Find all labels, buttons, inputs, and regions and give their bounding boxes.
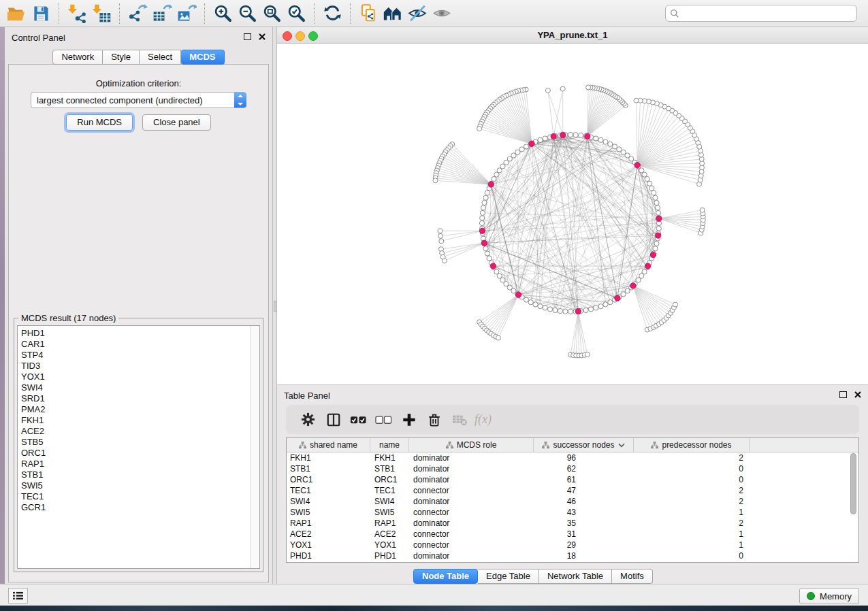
network-graph xyxy=(277,44,868,384)
table-row[interactable]: TEC1TEC1connector472 xyxy=(287,485,858,496)
table-settings-button[interactable] xyxy=(295,408,321,432)
mcds-result-item[interactable]: TID3 xyxy=(21,361,259,371)
select-stepper-icon xyxy=(234,93,246,108)
column-header-shared-name[interactable]: shared name xyxy=(287,438,370,452)
column-header-name[interactable]: name xyxy=(370,438,409,452)
table-scrollbar[interactable] xyxy=(850,453,857,561)
mcds-result-item[interactable]: TEC1 xyxy=(21,491,259,502)
split-columns-button[interactable] xyxy=(321,408,346,432)
zoom-fit-button[interactable] xyxy=(259,2,284,25)
mcds-result-item[interactable]: YOX1 xyxy=(21,371,259,382)
import-network-button[interactable] xyxy=(65,2,89,25)
mcds-result-item[interactable]: ACE2 xyxy=(21,426,259,437)
mcds-result-item[interactable]: SRD1 xyxy=(21,393,259,404)
mcds-result-item[interactable]: CAR1 xyxy=(21,339,259,350)
open-button[interactable] xyxy=(4,2,29,25)
mcds-result-item[interactable]: FKH1 xyxy=(21,415,259,426)
mcds-result-item[interactable]: SWI5 xyxy=(21,480,259,491)
scrollbar-thumb[interactable] xyxy=(850,453,856,514)
add-column-button[interactable] xyxy=(396,408,421,432)
window-zoom-traffic-light[interactable] xyxy=(308,31,318,41)
mcds-result-item[interactable]: ORC1 xyxy=(21,448,259,459)
column-header-successor-nodes[interactable]: successor nodes xyxy=(534,438,634,452)
table-row[interactable]: STB1STB1dominator620 xyxy=(287,463,858,474)
zoom-in-button[interactable] xyxy=(210,2,235,25)
save-button[interactable] xyxy=(29,2,53,25)
delete-table-button[interactable] xyxy=(447,408,472,432)
export-image-button[interactable] xyxy=(174,2,199,25)
mcds-result-item[interactable]: PHD1 xyxy=(21,328,259,339)
mcds-result-item[interactable]: PMA2 xyxy=(21,404,259,415)
run-mcds-button[interactable]: Run MCDS xyxy=(66,114,133,131)
table-row[interactable]: FKH1FKH1dominator962 xyxy=(287,452,858,463)
network-titlebar[interactable]: YPA_prune.txt_1 xyxy=(277,27,868,44)
mcds-result-item[interactable]: RAP1 xyxy=(21,459,259,469)
tab-network-table[interactable]: Network Table xyxy=(539,569,612,584)
table-row[interactable]: RAP1RAP1dominator352 xyxy=(287,518,858,529)
window-close-traffic-light[interactable] xyxy=(283,31,292,41)
cell-mcds-role: connector xyxy=(409,529,534,539)
hide-selected-button[interactable] xyxy=(405,2,430,25)
cell-mcds-role: dominator xyxy=(409,453,534,463)
tab-style[interactable]: Style xyxy=(103,50,140,65)
import-table-icon xyxy=(91,3,112,24)
table-row[interactable]: ORC1ORC1dominator610 xyxy=(287,474,858,485)
cell-mcds-role: connector xyxy=(409,486,534,495)
optimization-criterion-select[interactable]: largest connected component (undirected) xyxy=(31,92,246,108)
mcds-result-item[interactable]: STB5 xyxy=(21,437,259,448)
unselect-all-button[interactable] xyxy=(371,408,396,432)
refresh-button[interactable] xyxy=(320,2,344,25)
unchecked-boxes-icon xyxy=(375,414,392,425)
tab-motifs[interactable]: Motifs xyxy=(612,569,653,584)
zoom-out-button[interactable] xyxy=(235,2,259,25)
show-all-button[interactable] xyxy=(430,2,454,25)
close-panel-icon[interactable] xyxy=(854,391,861,398)
search-input[interactable] xyxy=(683,7,852,19)
table-row[interactable]: ACE2ACE2connector311 xyxy=(287,529,858,540)
copy-network-button[interactable] xyxy=(356,2,381,25)
float-panel-icon[interactable] xyxy=(244,33,251,40)
import-table-button[interactable] xyxy=(89,2,114,25)
select-all-button[interactable] xyxy=(346,408,371,432)
search-field[interactable] xyxy=(665,5,857,22)
cell-successor-nodes: 96 xyxy=(534,453,634,463)
tab-network[interactable]: Network xyxy=(52,50,103,65)
network-canvas[interactable] xyxy=(277,44,868,384)
memory-button[interactable]: Memory xyxy=(799,588,859,604)
tab-node-table[interactable]: Node Table xyxy=(413,569,478,584)
table-row[interactable]: PHD1PHD1dominator180 xyxy=(287,550,858,561)
cell-mcds-role: dominator xyxy=(409,518,534,528)
mcds-result-item[interactable]: STB1 xyxy=(21,469,259,480)
first-neighbors-button[interactable] xyxy=(381,2,405,25)
panel-list-button[interactable] xyxy=(8,588,28,604)
import-network-icon xyxy=(67,3,87,24)
export-network-button[interactable] xyxy=(125,2,150,25)
mcds-result-item[interactable]: GCR1 xyxy=(21,502,259,513)
column-header-MCDS-role[interactable]: MCDS role xyxy=(409,438,534,452)
tab-mcds[interactable]: MCDS xyxy=(181,50,224,65)
close-panel-icon[interactable] xyxy=(259,33,266,40)
delete-column-button[interactable] xyxy=(421,408,447,432)
cell-shared-name: ORC1 xyxy=(287,475,370,484)
close-panel-button[interactable]: Close panel xyxy=(142,114,211,131)
table-row[interactable]: YOX1YOX1connector291 xyxy=(287,540,858,550)
mcds-result-item[interactable]: STP4 xyxy=(21,350,259,361)
function-builder-button[interactable]: f(x) xyxy=(475,412,492,427)
tab-select[interactable]: Select xyxy=(140,50,181,65)
list-scrollbar[interactable] xyxy=(250,326,259,568)
cell-predecessor-nodes: 0 xyxy=(634,551,750,561)
column-header-predecessor-nodes[interactable]: predecessor nodes xyxy=(634,438,750,452)
tab-edge-table[interactable]: Edge Table xyxy=(478,569,539,584)
memory-label: Memory xyxy=(820,591,852,601)
float-panel-icon[interactable] xyxy=(839,391,847,398)
zoom-in-icon xyxy=(213,3,233,23)
export-table-button[interactable] xyxy=(150,2,174,25)
mcds-result-list[interactable]: PHD1CAR1STP4TID3YOX1SWI4SRD1PMA2FKH1ACE2… xyxy=(17,325,260,569)
table-row[interactable]: SWI5SWI5connector431 xyxy=(287,507,858,518)
cell-shared-name: STB1 xyxy=(287,464,370,474)
panel-splitter[interactable] xyxy=(272,27,277,584)
zoom-selected-button[interactable] xyxy=(284,2,308,25)
table-row[interactable]: SWI4SWI4dominator462 xyxy=(287,496,858,507)
window-minimize-traffic-light[interactable] xyxy=(295,31,305,41)
mcds-result-item[interactable]: SWI4 xyxy=(21,382,259,393)
